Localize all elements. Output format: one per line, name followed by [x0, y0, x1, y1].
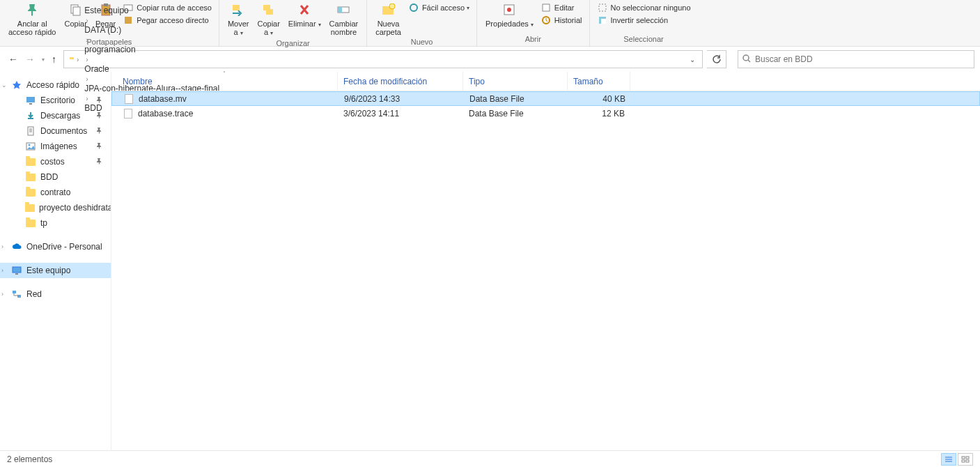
pin-icon — [95, 158, 108, 166]
sidebar-item[interactable]: proyecto deshidrata — [0, 200, 111, 215]
chevron-right-icon[interactable]: › — [74, 56, 81, 63]
properties-button[interactable]: Propiedades — [481, 0, 538, 31]
chevron-right-icon[interactable]: › — [83, 56, 91, 63]
sidebar-item-label: Documentos — [40, 126, 87, 136]
copy-to-button[interactable]: Copiar a — [253, 0, 283, 39]
delete-label: Eliminar — [288, 20, 321, 29]
properties-label: Propiedades — [485, 20, 534, 29]
column-type[interactable]: Tipo — [463, 72, 568, 91]
sidebar-onedrive[interactable]: › OneDrive - Personal — [0, 239, 111, 254]
delete-button[interactable]: Eliminar — [284, 0, 325, 31]
new-folder-label: Nueva carpeta — [375, 20, 401, 36]
sidebar-item-label: tp — [40, 218, 47, 228]
invert-label: Invertir selección — [611, 16, 669, 24]
select-none-label: No seleccionar ninguno — [611, 3, 691, 12]
svg-rect-29 — [13, 291, 16, 293]
up-button[interactable]: ↑ — [52, 54, 56, 65]
copy-to-label: Copiar a — [257, 20, 279, 38]
open-group-label: Abrir — [481, 35, 585, 45]
sidebar-network[interactable]: › Red — [0, 286, 111, 302]
sidebar-item[interactable]: contrato — [0, 185, 111, 200]
back-button[interactable]: ← — [8, 54, 18, 65]
sidebar-item[interactable]: BDD — [0, 169, 111, 185]
file-size: 40 KB — [568, 94, 631, 104]
folder-icon — [25, 171, 36, 183]
file-date: 3/6/2023 14:11 — [338, 109, 463, 118]
folder-icon — [25, 187, 36, 198]
move-to-button[interactable]: Mover a — [224, 0, 254, 39]
file-type: Data Base File — [464, 94, 568, 104]
pin-icon — [95, 112, 108, 120]
sidebar-item[interactable]: Escritorio — [0, 93, 111, 108]
select-none-button[interactable]: No seleccionar ninguno — [594, 1, 694, 14]
column-date[interactable]: Fecha de modificación — [338, 72, 463, 91]
sidebar-this-pc-label: Este equipo — [26, 266, 70, 275]
sidebar-this-pc[interactable]: › Este equipo — [0, 263, 111, 278]
svg-rect-8 — [266, 9, 273, 15]
file-row[interactable]: database.mv9/6/2023 14:33Data Base File4… — [111, 91, 980, 106]
search-icon — [738, 54, 755, 66]
sidebar-network-label: Red — [26, 289, 42, 299]
column-name[interactable]: Nombre ˄ — [111, 72, 338, 91]
pin-label: Anclar al acceso rápido — [8, 20, 56, 36]
pin-icon — [95, 142, 108, 151]
svg-rect-20 — [601, 19, 606, 24]
chevron-right-icon[interactable]: › — [1, 291, 3, 298]
file-size: 12 KB — [568, 109, 630, 118]
search-box[interactable] — [738, 50, 974, 68]
breadcrumb-item[interactable]: DATA (D:) — [83, 25, 221, 35]
sidebar-quick-access[interactable]: ⌄ Acceso rápido — [0, 77, 111, 93]
chevron-down-icon[interactable]: ⌄ — [1, 82, 7, 89]
search-input[interactable] — [755, 54, 974, 64]
chevron-right-icon[interactable]: › — [83, 36, 91, 44]
copy-to-icon — [259, 1, 279, 18]
file-icon — [123, 93, 134, 105]
sidebar-item[interactable]: Imágenes — [0, 139, 111, 154]
breadcrumb[interactable]: › Este equipo›DATA (D:)›programacion›Ora… — [63, 50, 703, 68]
chevron-right-icon[interactable]: › — [1, 267, 3, 274]
new-folder-button[interactable]: Nueva carpeta — [371, 0, 405, 38]
breadcrumb-item[interactable]: programacion — [83, 45, 221, 54]
breadcrumb-dropdown[interactable]: ⌄ — [685, 56, 699, 63]
history-dropdown[interactable]: ▾ — [42, 56, 45, 63]
pin-icon — [95, 96, 108, 105]
forward-button[interactable]: → — [25, 54, 35, 65]
file-row[interactable]: database.trace3/6/2023 14:11Data Base Fi… — [111, 106, 980, 121]
svg-rect-24 — [28, 127, 33, 135]
rename-button[interactable]: Cambiar nombre — [325, 0, 363, 38]
svg-rect-31 — [962, 457, 965, 459]
invert-selection-button[interactable]: Invertir selección — [594, 14, 694, 26]
sidebar-item[interactable]: costos — [0, 154, 111, 169]
details-view-button[interactable] — [941, 453, 956, 466]
svg-rect-27 — [13, 267, 21, 273]
main-area: ⌄ Acceso rápido EscritorioDescargasDocum… — [0, 72, 980, 450]
sidebar-item[interactable]: tp — [0, 215, 111, 231]
refresh-button[interactable] — [707, 50, 726, 68]
svg-rect-22 — [26, 97, 35, 102]
svg-rect-16 — [543, 4, 550, 11]
ribbon-group-new: Nueva carpeta Fácil acceso Nuevo — [367, 0, 477, 46]
sidebar-item[interactable]: Documentos — [0, 123, 111, 139]
easy-access-button[interactable]: Fácil acceso — [405, 1, 472, 14]
easy-access-label: Fácil acceso — [422, 3, 465, 12]
sidebar: ⌄ Acceso rápido EscritorioDescargasDocum… — [0, 72, 111, 450]
breadcrumb-item[interactable]: Este equipo — [83, 6, 221, 15]
delete-icon — [295, 1, 314, 18]
thumbnails-view-button[interactable] — [958, 453, 973, 466]
sidebar-item[interactable]: Descargas — [0, 108, 111, 123]
thumbnails-view-icon — [961, 456, 970, 463]
history-icon — [540, 15, 552, 26]
new-group-label: Nuevo — [371, 38, 472, 47]
column-size[interactable]: Tamaño — [568, 72, 630, 91]
status-text: 2 elementos — [7, 454, 52, 464]
rename-label: Cambiar nombre — [329, 20, 359, 36]
pc-icon — [11, 265, 22, 276]
edit-button[interactable]: Editar — [538, 1, 585, 14]
sidebar-item-label: proyecto deshidrata — [39, 203, 111, 213]
pin-quick-access-button[interactable]: Anclar al acceso rápido — [4, 0, 61, 38]
chevron-right-icon[interactable]: › — [1, 243, 3, 250]
select-group-label: Seleccionar — [594, 35, 694, 45]
history-button[interactable]: Historial — [538, 14, 585, 26]
chevron-right-icon[interactable]: › — [83, 17, 91, 24]
sidebar-quick-access-label: Acceso rápido — [26, 80, 79, 90]
